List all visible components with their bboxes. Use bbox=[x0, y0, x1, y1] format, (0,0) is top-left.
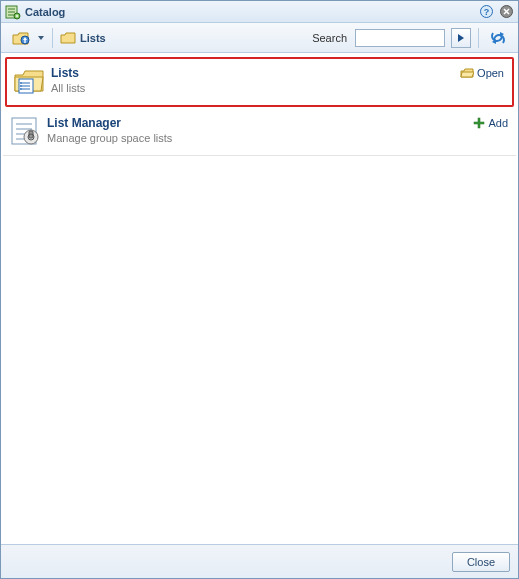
svg-point-18 bbox=[20, 85, 22, 87]
catalog-icon bbox=[5, 4, 21, 20]
breadcrumb: Lists bbox=[60, 30, 106, 46]
folder-icon bbox=[60, 30, 76, 46]
up-button[interactable] bbox=[9, 27, 33, 49]
close-x-button[interactable] bbox=[498, 4, 514, 20]
dialog-title: Catalog bbox=[25, 6, 474, 18]
close-button[interactable]: Close bbox=[452, 552, 510, 572]
catalog-item-text: List Manager Manage group space lists bbox=[47, 115, 467, 145]
breadcrumb-current[interactable]: Lists bbox=[80, 32, 106, 44]
svg-point-19 bbox=[20, 88, 22, 90]
toolbar-separator bbox=[52, 28, 53, 48]
search-input[interactable] bbox=[355, 29, 445, 47]
catalog-item-lists[interactable]: Lists All lists Open bbox=[5, 57, 514, 107]
toolbar-separator bbox=[478, 28, 479, 48]
toolbar: Lists Search bbox=[1, 23, 518, 53]
search-label: Search bbox=[312, 32, 347, 44]
catalog-dialog: Catalog ? bbox=[0, 0, 519, 579]
content-area: Lists All lists Open bbox=[1, 53, 518, 544]
catalog-item-text: Lists All lists bbox=[51, 65, 454, 95]
open-action[interactable]: Open bbox=[460, 65, 504, 79]
footer: Close bbox=[1, 544, 518, 578]
catalog-item-title: List Manager bbox=[47, 115, 467, 131]
list-manager-icon bbox=[9, 115, 41, 147]
add-action[interactable]: Add bbox=[473, 115, 508, 129]
catalog-item-desc: All lists bbox=[51, 81, 454, 95]
open-folder-icon bbox=[460, 67, 474, 79]
folder-list-icon bbox=[13, 65, 45, 97]
catalog-item-title: Lists bbox=[51, 65, 454, 81]
refresh-button[interactable] bbox=[486, 27, 510, 49]
up-dropdown[interactable] bbox=[37, 27, 45, 49]
search-go-button[interactable] bbox=[451, 28, 471, 48]
add-plus-icon bbox=[473, 117, 485, 129]
open-label: Open bbox=[477, 67, 504, 79]
catalog-item-desc: Manage group space lists bbox=[47, 131, 467, 145]
help-button[interactable]: ? bbox=[478, 4, 494, 20]
titlebar: Catalog ? bbox=[1, 1, 518, 23]
catalog-item-list-manager[interactable]: List Manager Manage group space lists Ad… bbox=[3, 109, 516, 156]
svg-point-17 bbox=[20, 82, 22, 84]
svg-rect-29 bbox=[474, 122, 484, 124]
add-label: Add bbox=[488, 117, 508, 129]
svg-text:?: ? bbox=[483, 7, 489, 17]
